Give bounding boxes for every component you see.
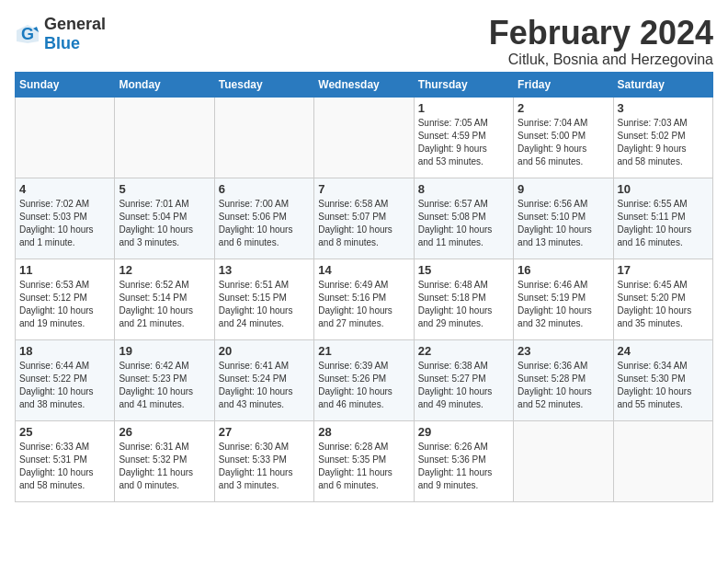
col-friday: Friday bbox=[514, 72, 613, 97]
day-number: 19 bbox=[119, 344, 210, 358]
svg-text:G: G bbox=[21, 25, 34, 43]
calendar-cell: 3Sunrise: 7:03 AM Sunset: 5:02 PM Daylig… bbox=[613, 97, 712, 178]
calendar-cell bbox=[214, 97, 313, 178]
day-number: 15 bbox=[418, 263, 509, 277]
day-number: 29 bbox=[418, 425, 509, 439]
day-info: Sunrise: 6:51 AM Sunset: 5:15 PM Dayligh… bbox=[219, 279, 310, 330]
day-info: Sunrise: 6:53 AM Sunset: 5:12 PM Dayligh… bbox=[19, 279, 110, 330]
day-number: 13 bbox=[219, 263, 310, 277]
day-number: 11 bbox=[19, 263, 110, 277]
day-number: 16 bbox=[518, 263, 609, 277]
calendar-cell: 15Sunrise: 6:48 AM Sunset: 5:18 PM Dayli… bbox=[414, 259, 513, 339]
calendar-cell: 13Sunrise: 6:51 AM Sunset: 5:15 PM Dayli… bbox=[214, 259, 313, 339]
calendar-cell bbox=[314, 97, 414, 178]
day-info: Sunrise: 6:26 AM Sunset: 5:36 PM Dayligh… bbox=[418, 441, 509, 492]
day-info: Sunrise: 7:02 AM Sunset: 5:03 PM Dayligh… bbox=[19, 198, 110, 249]
calendar-cell: 17Sunrise: 6:45 AM Sunset: 5:20 PM Dayli… bbox=[613, 259, 712, 339]
calendar-cell: 16Sunrise: 6:46 AM Sunset: 5:19 PM Dayli… bbox=[514, 259, 613, 339]
calendar-cell bbox=[613, 420, 712, 501]
day-number: 27 bbox=[219, 425, 310, 439]
calendar-cell: 23Sunrise: 6:36 AM Sunset: 5:28 PM Dayli… bbox=[514, 339, 613, 420]
calendar-cell: 19Sunrise: 6:42 AM Sunset: 5:23 PM Dayli… bbox=[115, 339, 214, 420]
calendar-cell: 18Sunrise: 6:44 AM Sunset: 5:22 PM Dayli… bbox=[16, 339, 115, 420]
day-number: 25 bbox=[19, 425, 110, 439]
calendar-cell bbox=[115, 97, 214, 178]
day-info: Sunrise: 7:03 AM Sunset: 5:02 PM Dayligh… bbox=[618, 117, 709, 168]
day-info: Sunrise: 6:45 AM Sunset: 5:20 PM Dayligh… bbox=[618, 279, 709, 330]
day-number: 3 bbox=[618, 101, 709, 115]
col-monday: Monday bbox=[115, 72, 214, 97]
calendar-table: Sunday Monday Tuesday Wednesday Thursday… bbox=[15, 72, 713, 502]
header-row: Sunday Monday Tuesday Wednesday Thursday… bbox=[16, 72, 713, 97]
calendar-cell: 27Sunrise: 6:30 AM Sunset: 5:33 PM Dayli… bbox=[214, 420, 313, 501]
day-number: 28 bbox=[318, 425, 409, 439]
calendar-body: 1Sunrise: 7:05 AM Sunset: 4:59 PM Daylig… bbox=[16, 97, 713, 501]
calendar-week-1: 1Sunrise: 7:05 AM Sunset: 4:59 PM Daylig… bbox=[16, 97, 713, 178]
col-saturday: Saturday bbox=[613, 72, 712, 97]
calendar-cell: 29Sunrise: 6:26 AM Sunset: 5:36 PM Dayli… bbox=[414, 420, 513, 501]
day-info: Sunrise: 7:05 AM Sunset: 4:59 PM Dayligh… bbox=[418, 117, 509, 168]
calendar-cell: 2Sunrise: 7:04 AM Sunset: 5:00 PM Daylig… bbox=[514, 97, 613, 178]
day-number: 2 bbox=[518, 101, 609, 115]
calendar-cell: 6Sunrise: 7:00 AM Sunset: 5:06 PM Daylig… bbox=[214, 178, 313, 259]
logo-icon: G bbox=[15, 21, 40, 47]
day-info: Sunrise: 7:01 AM Sunset: 5:04 PM Dayligh… bbox=[119, 198, 210, 249]
calendar-cell: 28Sunrise: 6:28 AM Sunset: 5:35 PM Dayli… bbox=[314, 420, 414, 501]
day-info: Sunrise: 6:31 AM Sunset: 5:32 PM Dayligh… bbox=[119, 441, 210, 492]
logo-general: General bbox=[44, 15, 106, 33]
day-number: 21 bbox=[318, 344, 409, 358]
day-info: Sunrise: 6:33 AM Sunset: 5:31 PM Dayligh… bbox=[19, 441, 110, 492]
day-number: 4 bbox=[19, 182, 110, 196]
day-info: Sunrise: 7:04 AM Sunset: 5:00 PM Dayligh… bbox=[518, 117, 609, 168]
day-info: Sunrise: 6:34 AM Sunset: 5:30 PM Dayligh… bbox=[618, 360, 709, 411]
day-number: 12 bbox=[119, 263, 210, 277]
col-tuesday: Tuesday bbox=[214, 72, 313, 97]
calendar-cell: 12Sunrise: 6:52 AM Sunset: 5:14 PM Dayli… bbox=[115, 259, 214, 339]
calendar-week-3: 11Sunrise: 6:53 AM Sunset: 5:12 PM Dayli… bbox=[16, 259, 713, 339]
title-area: February 2024 Citluk, Bosnia and Herzego… bbox=[489, 15, 713, 68]
day-number: 24 bbox=[618, 344, 709, 358]
day-info: Sunrise: 6:55 AM Sunset: 5:11 PM Dayligh… bbox=[618, 198, 709, 249]
logo-blue: Blue bbox=[44, 34, 80, 52]
calendar-cell: 1Sunrise: 7:05 AM Sunset: 4:59 PM Daylig… bbox=[414, 97, 513, 178]
calendar-cell: 4Sunrise: 7:02 AM Sunset: 5:03 PM Daylig… bbox=[16, 178, 115, 259]
day-info: Sunrise: 7:00 AM Sunset: 5:06 PM Dayligh… bbox=[219, 198, 310, 249]
calendar-cell: 7Sunrise: 6:58 AM Sunset: 5:07 PM Daylig… bbox=[314, 178, 414, 259]
day-number: 26 bbox=[119, 425, 210, 439]
calendar-week-5: 25Sunrise: 6:33 AM Sunset: 5:31 PM Dayli… bbox=[16, 420, 713, 501]
day-info: Sunrise: 6:48 AM Sunset: 5:18 PM Dayligh… bbox=[418, 279, 509, 330]
calendar-cell: 14Sunrise: 6:49 AM Sunset: 5:16 PM Dayli… bbox=[314, 259, 414, 339]
col-thursday: Thursday bbox=[414, 72, 513, 97]
calendar-cell: 25Sunrise: 6:33 AM Sunset: 5:31 PM Dayli… bbox=[16, 420, 115, 501]
calendar-cell: 10Sunrise: 6:55 AM Sunset: 5:11 PM Dayli… bbox=[613, 178, 712, 259]
day-number: 5 bbox=[119, 182, 210, 196]
day-info: Sunrise: 6:38 AM Sunset: 5:27 PM Dayligh… bbox=[418, 360, 509, 411]
calendar-cell: 9Sunrise: 6:56 AM Sunset: 5:10 PM Daylig… bbox=[514, 178, 613, 259]
day-info: Sunrise: 6:52 AM Sunset: 5:14 PM Dayligh… bbox=[119, 279, 210, 330]
day-number: 17 bbox=[618, 263, 709, 277]
calendar-week-2: 4Sunrise: 7:02 AM Sunset: 5:03 PM Daylig… bbox=[16, 178, 713, 259]
day-info: Sunrise: 6:42 AM Sunset: 5:23 PM Dayligh… bbox=[119, 360, 210, 411]
header: G General Blue February 2024 Citluk, Bos… bbox=[15, 15, 713, 68]
day-info: Sunrise: 6:56 AM Sunset: 5:10 PM Dayligh… bbox=[518, 198, 609, 249]
day-number: 20 bbox=[219, 344, 310, 358]
col-wednesday: Wednesday bbox=[314, 72, 414, 97]
calendar-week-4: 18Sunrise: 6:44 AM Sunset: 5:22 PM Dayli… bbox=[16, 339, 713, 420]
day-number: 9 bbox=[518, 182, 609, 196]
day-number: 22 bbox=[418, 344, 509, 358]
calendar-cell bbox=[16, 97, 115, 178]
day-number: 8 bbox=[418, 182, 509, 196]
day-number: 7 bbox=[318, 182, 409, 196]
col-sunday: Sunday bbox=[16, 72, 115, 97]
day-info: Sunrise: 6:49 AM Sunset: 5:16 PM Dayligh… bbox=[318, 279, 409, 330]
calendar-cell: 20Sunrise: 6:41 AM Sunset: 5:24 PM Dayli… bbox=[214, 339, 313, 420]
day-info: Sunrise: 6:46 AM Sunset: 5:19 PM Dayligh… bbox=[518, 279, 609, 330]
day-info: Sunrise: 6:57 AM Sunset: 5:08 PM Dayligh… bbox=[418, 198, 509, 249]
day-info: Sunrise: 6:41 AM Sunset: 5:24 PM Dayligh… bbox=[219, 360, 310, 411]
month-title: February 2024 bbox=[489, 15, 713, 52]
location-title: Citluk, Bosnia and Herzegovina bbox=[489, 52, 713, 68]
calendar-cell: 21Sunrise: 6:39 AM Sunset: 5:26 PM Dayli… bbox=[314, 339, 414, 420]
day-info: Sunrise: 6:28 AM Sunset: 5:35 PM Dayligh… bbox=[318, 441, 409, 492]
day-info: Sunrise: 6:36 AM Sunset: 5:28 PM Dayligh… bbox=[518, 360, 609, 411]
day-info: Sunrise: 6:44 AM Sunset: 5:22 PM Dayligh… bbox=[19, 360, 110, 411]
